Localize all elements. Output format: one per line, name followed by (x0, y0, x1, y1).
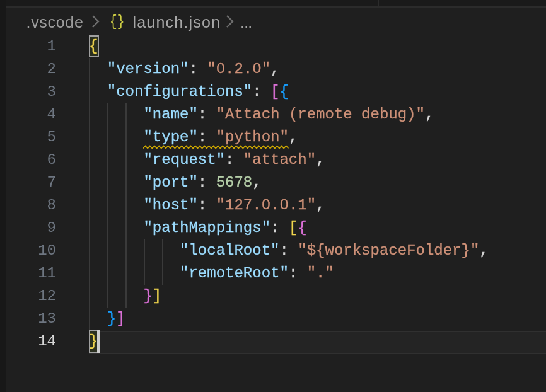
svg-text:{}: {} (110, 13, 124, 30)
